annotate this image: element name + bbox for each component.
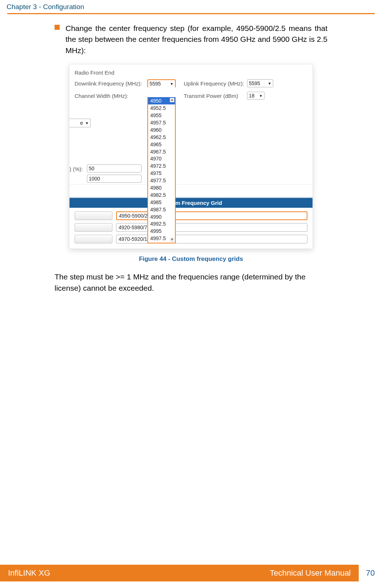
dropdown-option[interactable]: 4987.5 xyxy=(148,206,175,213)
downlink-freq-value: 5595 xyxy=(150,81,161,87)
dropdown-option[interactable]: 4980 xyxy=(148,184,175,191)
config-panel: Radio Front End Downlink Frequency (MHz)… xyxy=(69,64,313,249)
dropdown-option[interactable]: 4990 xyxy=(148,213,175,220)
dropdown-option[interactable]: 4952.5 xyxy=(148,104,175,112)
page-number: 70 xyxy=(359,565,382,581)
dropdown-option[interactable]: 4995 xyxy=(148,227,175,235)
figure-caption: Figure 44 - Custom frequency grids xyxy=(55,255,327,263)
grid-range-input[interactable]: 4950-5900/2.5 xyxy=(116,211,307,220)
bullet-text: Change the center frequency step (for ex… xyxy=(65,23,327,56)
custom-freq-grid-header: Custom Frequency Grid xyxy=(69,198,313,208)
dropdown-option[interactable]: 4982.5 xyxy=(148,191,175,199)
dropdown-option[interactable]: 4965 xyxy=(148,141,175,148)
dropdown-option[interactable]: 4957.5 xyxy=(148,119,175,126)
dropdown-option[interactable]: 4970 xyxy=(148,155,175,162)
tx-power-label: Transmit Power (dBm) xyxy=(184,93,247,99)
caret-down-icon: ▼ xyxy=(85,121,89,125)
grid-row-button[interactable] xyxy=(75,235,112,243)
grid-row-button[interactable] xyxy=(75,211,112,220)
percent-label: ) (%): xyxy=(69,166,83,172)
grid-row-button[interactable] xyxy=(75,223,112,232)
footer-doc-title: Technical User Manual xyxy=(270,568,351,578)
dropdown-option[interactable]: 4967.5 xyxy=(148,148,175,155)
dropdown-option[interactable]: 4972.5 xyxy=(148,162,175,170)
footer-product: InfiLINK XG xyxy=(8,568,50,578)
number-input[interactable]: 1000 xyxy=(87,175,142,183)
bullet-square-icon xyxy=(55,25,60,30)
uplink-freq-label: Uplink Frequency (MHz): xyxy=(184,80,247,87)
caret-down-icon: ▼ xyxy=(259,94,263,98)
caret-down-icon: ▼ xyxy=(170,82,174,86)
scroll-down-icon[interactable]: ▼ xyxy=(170,238,174,242)
grid-range-input[interactable]: 4970-5920/15 xyxy=(116,235,307,243)
chapter-header: Chapter 3 - Configuration xyxy=(0,0,382,13)
percent-input[interactable]: 50 xyxy=(87,164,142,172)
uplink-freq-select[interactable]: 5595 ▼ xyxy=(247,79,273,87)
footer-bar: InfiLINK XG Technical User Manual xyxy=(0,565,359,581)
downlink-freq-select[interactable]: 5595 ▼ xyxy=(147,79,176,87)
uplink-freq-value: 5595 xyxy=(249,80,260,86)
dropdown-option[interactable]: 4977.5 xyxy=(148,177,175,184)
radio-frontend-title: Radio Front End xyxy=(69,64,313,77)
dropdown-option[interactable]: 4955 xyxy=(148,112,175,119)
scroll-up-icon[interactable]: ▲ xyxy=(170,98,174,102)
caret-down-icon: ▼ xyxy=(268,82,271,86)
body-paragraph: The step must be >= 1 MHz and the freque… xyxy=(55,271,327,294)
divider xyxy=(69,184,313,184)
channel-width-label: Channel Width (MHz): xyxy=(75,93,147,99)
dropdown-option[interactable]: 4985 xyxy=(148,199,175,206)
downlink-freq-dropdown[interactable]: ▲ 4950 4952.5 4955 4957.5 4960 4962.5 49… xyxy=(147,97,176,243)
dropdown-option[interactable]: 4975 xyxy=(148,170,175,177)
dropdown-option[interactable]: 4960 xyxy=(148,126,175,134)
tx-power-value: 18 xyxy=(249,93,255,99)
partial-select-value: e xyxy=(80,120,83,126)
partial-select[interactable]: e ▼ xyxy=(69,119,91,127)
grid-range-input[interactable]: 4920-5980/7 xyxy=(116,223,307,232)
dropdown-option[interactable]: 4962.5 xyxy=(148,134,175,141)
tx-power-select[interactable]: 18 ▼ xyxy=(247,92,264,100)
downlink-freq-label: Downlink Frequency (MHz): xyxy=(75,80,147,87)
dropdown-option[interactable]: 4992.5 xyxy=(148,220,175,227)
